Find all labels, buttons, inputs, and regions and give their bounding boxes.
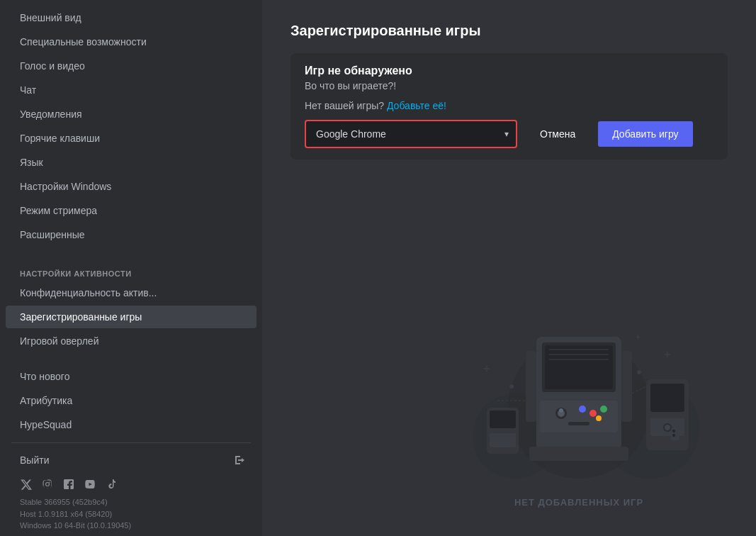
svg-point-14	[589, 410, 597, 417]
sidebar-item-windows-settings[interactable]: Настройки Windows	[6, 175, 256, 198]
sidebar-item-keybinds[interactable]: Горячие клавиши	[6, 127, 256, 150]
svg-rect-22	[650, 384, 684, 412]
svg-rect-17	[568, 422, 589, 425]
version-info: Stable 366955 (452b9c4) Host 1.0.9181 x6…	[6, 493, 256, 535]
svg-rect-5	[545, 345, 613, 389]
sidebar: Внешний вид Специальные возможности Голо…	[0, 0, 262, 536]
svg-point-13	[579, 406, 586, 413]
sidebar-item-label: HypeSquad	[20, 419, 72, 430]
add-game-button[interactable]: Добавить игру	[598, 121, 692, 147]
sidebar-item-notifications[interactable]: Уведомления	[6, 103, 256, 125]
svg-point-16	[596, 415, 602, 421]
version-line3: Windows 10 64-Bit (10.0.19045)	[20, 520, 245, 532]
svg-text:+: +	[483, 362, 490, 374]
no-games-label: НЕТ ДОБАВЛЕННЫХ ИГР	[514, 497, 643, 508]
svg-point-12	[559, 408, 563, 413]
youtube-icon[interactable]	[84, 478, 96, 491]
svg-text:+: +	[664, 348, 670, 360]
page-title: Зарегистрированные игры	[290, 23, 728, 39]
sidebar-item-label: Чат	[20, 84, 36, 96]
sidebar-item-label: Специальные возможности	[20, 36, 147, 48]
svg-point-33	[637, 370, 641, 374]
sidebar-item-voice-video[interactable]: Голос и видео	[6, 55, 256, 77]
svg-rect-9	[540, 401, 618, 432]
activity-section-label: НАСТРОЙКИ АКТИВНОСТИ	[6, 258, 256, 281]
svg-text:+: +	[636, 333, 641, 342]
sidebar-item-label: Внешний вид	[20, 12, 81, 23]
illustration-area: + + + НЕТ ДОБАВЛЕННЫХ ИГР	[402, 267, 756, 536]
add-game-link[interactable]: Добавьте её!	[387, 100, 446, 111]
version-line1: Stable 366955 (452b9c4)	[20, 496, 245, 508]
sidebar-item-label: Расширенные	[20, 229, 85, 240]
sidebar-item-label: Уведомления	[20, 108, 82, 120]
svg-point-28	[672, 434, 675, 437]
logout-label: Выйти	[20, 454, 49, 466]
game-dropdown: Google Chrome ▾	[305, 120, 517, 148]
svg-rect-26	[671, 428, 679, 440]
sidebar-item-hypesquad[interactable]: HypeSquad	[6, 413, 256, 436]
link-prefix: Нет вашей игры?	[305, 100, 384, 111]
sidebar-item-language[interactable]: Язык	[6, 151, 256, 174]
sidebar-item-registered-games[interactable]: Зарегистрированные игры	[6, 306, 256, 328]
sidebar-item-game-overlay[interactable]: Игровой оверлей	[6, 330, 256, 352]
sidebar-item-appearance[interactable]: Внешний вид	[6, 6, 256, 29]
svg-point-32	[509, 384, 514, 389]
divider	[11, 442, 251, 443]
game-select-input[interactable]: Google Chrome	[305, 120, 517, 148]
sidebar-bottom: Выйти	[0, 437, 262, 536]
version-line2: Host 1.0.9181 x64 (58420)	[20, 508, 245, 520]
sidebar-item-label: Игровой оверлей	[20, 335, 98, 347]
logout-button[interactable]: Выйти	[6, 449, 256, 471]
sidebar-item-label: Зарегистрированные игры	[20, 311, 142, 323]
main-content: Зарегистрированные игры Игр не обнаружен…	[262, 0, 756, 536]
sidebar-item-label: Режим стримера	[20, 205, 97, 216]
add-game-panel: Игр не обнаружено Во что вы играете?! Не…	[290, 53, 728, 160]
svg-point-15	[600, 406, 607, 413]
svg-point-25	[665, 425, 670, 430]
sidebar-item-label: Язык	[20, 157, 43, 168]
svg-rect-19	[621, 351, 632, 422]
sidebar-item-chat[interactable]: Чат	[6, 79, 256, 101]
sidebar-item-label: Горячие клавиши	[20, 133, 100, 144]
add-game-link-row: Нет вашей игры? Добавьте её!	[305, 100, 713, 111]
facebook-icon[interactable]	[62, 478, 75, 491]
svg-rect-18	[526, 351, 536, 422]
sidebar-item-accessibility[interactable]: Специальные возможности	[6, 30, 256, 53]
social-icons	[6, 472, 256, 493]
logout-icon	[234, 454, 245, 466]
tiktok-icon[interactable]	[105, 478, 118, 491]
sidebar-item-streamer-mode[interactable]: Режим стримера	[6, 199, 256, 222]
sidebar-item-whats-new[interactable]: Что нового	[6, 365, 256, 388]
sidebar-item-activity-privacy[interactable]: Конфиденциальность актив...	[6, 281, 256, 304]
sidebar-item-label: Голос и видео	[20, 60, 85, 72]
no-games-title: Игр не обнаружено	[305, 65, 713, 77]
sidebar-item-label: Настройки Windows	[20, 181, 111, 192]
svg-rect-31	[490, 433, 516, 447]
cancel-button[interactable]: Отмена	[526, 121, 589, 147]
sidebar-item-label: Атрибутика	[20, 395, 72, 406]
twitter-icon[interactable]	[20, 478, 33, 491]
sidebar-item-attribution[interactable]: Атрибутика	[6, 389, 256, 412]
sidebar-item-label: Конфиденциальность актив...	[20, 287, 157, 298]
sidebar-item-advanced[interactable]: Расширенные	[6, 223, 256, 246]
sidebar-item-label: Что нового	[20, 371, 69, 382]
svg-point-27	[672, 430, 675, 432]
game-select-row: Google Chrome ▾ Отмена Добавить игру	[305, 120, 713, 148]
no-games-subtitle: Во что вы играете?!	[305, 80, 713, 91]
svg-rect-20	[529, 447, 628, 461]
instagram-icon[interactable]	[41, 478, 54, 491]
arcade-illustration: + + +	[444, 287, 713, 486]
svg-rect-30	[490, 411, 516, 428]
